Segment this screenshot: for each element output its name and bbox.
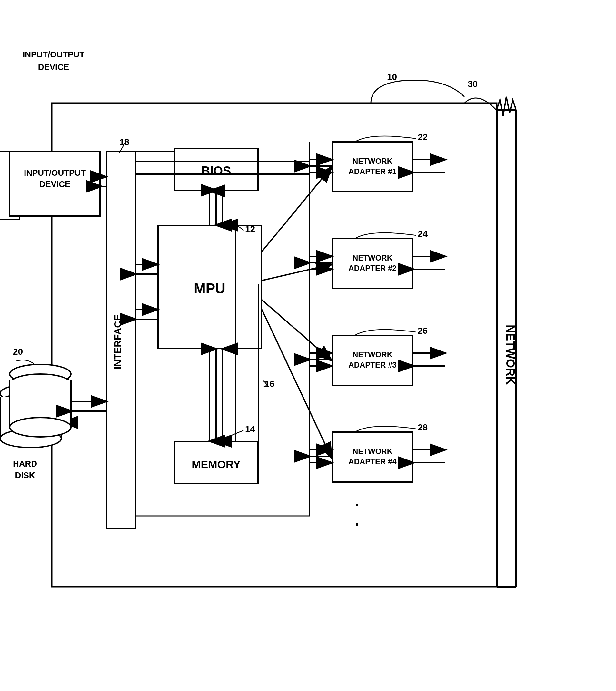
io-device-label: INPUT/OUTPUTDEVICE	[23, 48, 85, 73]
svg-rect-83	[10, 152, 100, 216]
svg-text:ADAPTER #2: ADAPTER #2	[348, 264, 396, 272]
svg-rect-23	[0, 152, 19, 219]
svg-point-88	[10, 364, 71, 384]
svg-text:10: 10	[387, 72, 397, 82]
svg-text:18: 18	[119, 137, 129, 147]
svg-rect-13	[106, 152, 135, 529]
svg-rect-9	[158, 226, 261, 348]
svg-text:24: 24	[418, 229, 428, 239]
svg-line-44	[262, 167, 332, 251]
svg-line-46	[262, 300, 332, 360]
svg-text:20: 20	[13, 347, 23, 357]
svg-text:DEVICE: DEVICE	[39, 179, 71, 189]
svg-point-24	[0, 384, 61, 402]
svg-text:22: 22	[418, 132, 428, 142]
svg-text:28: 28	[418, 422, 428, 432]
svg-text:ADAPTER #1: ADAPTER #1	[348, 167, 396, 176]
svg-rect-11	[174, 442, 258, 484]
svg-rect-35	[332, 239, 413, 289]
svg-text:NETWORK: NETWORK	[352, 253, 393, 262]
svg-rect-32	[332, 142, 413, 192]
diagram-svg: BIOS MPU MEMORY INTERFACE NETWORK ADAPTE…	[0, 0, 616, 691]
svg-rect-90	[10, 380, 71, 427]
svg-text:NETWORK: NETWORK	[352, 350, 393, 359]
svg-rect-41	[332, 432, 413, 482]
svg-text:NETWORK: NETWORK	[504, 325, 517, 385]
svg-text:16: 16	[264, 379, 274, 389]
svg-point-89	[10, 374, 71, 394]
svg-line-45	[262, 264, 332, 281]
svg-point-25	[0, 394, 61, 411]
svg-text:BIOS: BIOS	[201, 164, 231, 178]
svg-line-47	[262, 310, 332, 458]
svg-text:MPU: MPU	[194, 281, 225, 296]
svg-text:30: 30	[468, 79, 478, 89]
svg-text:ADAPTER #3: ADAPTER #3	[348, 360, 396, 369]
svg-text:14: 14	[245, 424, 256, 434]
svg-text:NETWORK: NETWORK	[352, 157, 393, 165]
svg-rect-26	[0, 397, 61, 439]
svg-point-93	[10, 418, 71, 437]
svg-rect-38	[332, 335, 413, 385]
svg-text:.: .	[355, 511, 359, 529]
svg-text:NETWORK: NETWORK	[352, 447, 393, 455]
svg-text:INTERFACE: INTERFACE	[112, 314, 123, 369]
svg-text:12: 12	[245, 224, 255, 234]
hard-disk-label: HARDDISK	[13, 458, 37, 482]
svg-point-29	[0, 429, 61, 448]
svg-text:MEMORY: MEMORY	[192, 458, 241, 470]
svg-text:.: .	[355, 492, 359, 510]
svg-rect-7	[174, 148, 258, 190]
svg-text:ADAPTER #4: ADAPTER #4	[348, 457, 397, 466]
svg-rect-6	[51, 103, 497, 587]
svg-text:26: 26	[418, 326, 428, 336]
svg-text:INPUT/OUTPUT: INPUT/OUTPUT	[24, 168, 86, 178]
